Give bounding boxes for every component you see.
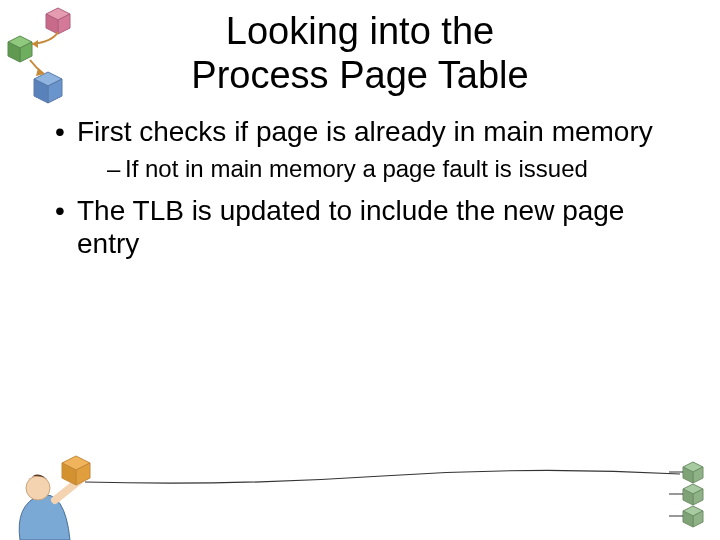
decorative-connector-line	[85, 468, 680, 488]
decorative-cubes-top-left	[2, 2, 102, 112]
title-line-1: Looking into the	[226, 10, 494, 52]
title-line-2: Process Page Table	[191, 54, 528, 96]
decorative-stack-bottom-right	[663, 458, 718, 538]
svg-point-11	[26, 476, 50, 500]
bullet-item: The TLB is updated to include the new pa…	[55, 194, 690, 261]
bullet-text: First checks if page is already in main …	[77, 116, 653, 147]
slide: Looking into the Process Page Table Firs…	[0, 0, 720, 540]
slide-title: Looking into the Process Page Table	[0, 0, 720, 97]
slide-body: First checks if page is already in main …	[0, 97, 720, 261]
sub-bullet-text: If not in main memory a page fault is is…	[125, 155, 588, 182]
bullet-text: The TLB is updated to include the new pa…	[77, 195, 624, 260]
bullet-item: First checks if page is already in main …	[55, 115, 690, 183]
sub-bullet-item: If not in main memory a page fault is is…	[107, 155, 690, 184]
svg-marker-9	[32, 40, 38, 48]
decorative-person-bottom-left	[0, 450, 110, 540]
